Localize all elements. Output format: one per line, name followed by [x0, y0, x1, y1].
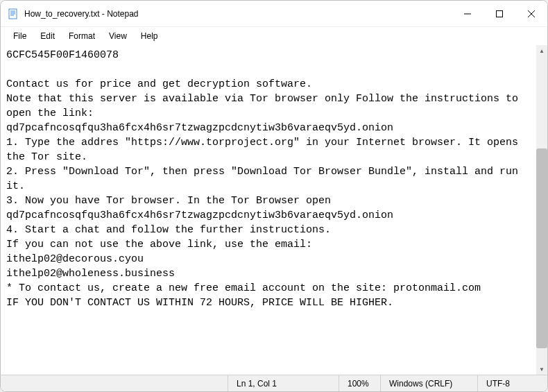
status-line-ending: Windows (CRLF) — [381, 375, 478, 391]
notepad-icon — [8, 8, 19, 19]
window-title: How_to_recovery.txt - Notepad — [24, 9, 452, 19]
scroll-down-arrow[interactable]: ▼ — [536, 364, 547, 375]
titlebar[interactable]: How_to_recovery.txt - Notepad — [1, 1, 547, 27]
scroll-up-arrow[interactable]: ▲ — [536, 45, 547, 56]
minimize-button[interactable] — [452, 1, 483, 26]
status-encoding: UTF-8 — [478, 375, 547, 391]
menu-format[interactable]: Format — [62, 28, 102, 44]
window-controls — [452, 1, 547, 26]
menu-view[interactable]: View — [102, 28, 134, 44]
text-editor[interactable]: 6CFC545F00F1460078 Contact us for price … — [1, 45, 536, 375]
close-button[interactable] — [515, 1, 547, 26]
scroll-track[interactable] — [536, 56, 547, 364]
menubar: File Edit Format View Help — [1, 27, 547, 45]
status-zoom: 100% — [339, 375, 381, 391]
menu-edit[interactable]: Edit — [33, 28, 62, 44]
menu-file[interactable]: File — [6, 28, 33, 44]
status-position: Ln 1, Col 1 — [228, 375, 339, 391]
status-spacer — [1, 375, 228, 391]
content-area: 6CFC545F00F1460078 Contact us for price … — [1, 45, 547, 375]
svg-rect-6 — [497, 10, 503, 17]
maximize-button[interactable] — [483, 1, 515, 26]
vertical-scrollbar[interactable]: ▲ ▼ — [536, 45, 547, 375]
menu-help[interactable]: Help — [134, 28, 165, 44]
scroll-thumb[interactable] — [536, 148, 547, 348]
statusbar: Ln 1, Col 1 100% Windows (CRLF) UTF-8 — [1, 375, 547, 391]
notepad-window: How_to_recovery.txt - Notepad File Edit … — [0, 0, 548, 392]
